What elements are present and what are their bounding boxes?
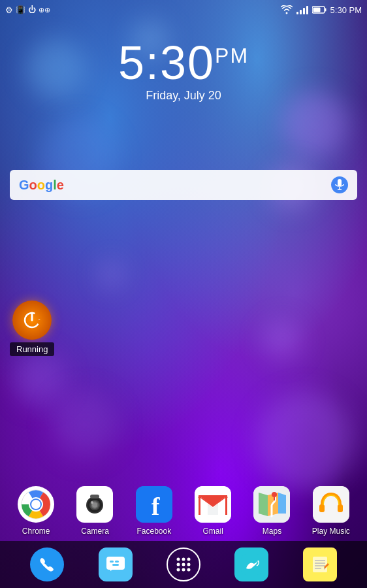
google-logo: Google xyxy=(19,178,64,193)
status-icons-left: ⚙ 📳 ⏻ ⊕⊕ xyxy=(5,5,50,15)
clock-period: PM xyxy=(215,44,249,67)
voicemail-status-icon: ⊕⊕ xyxy=(39,6,50,14)
svg-point-31 xyxy=(272,492,277,497)
clock-minutes: 30 xyxy=(160,37,215,89)
svg-rect-26 xyxy=(225,495,227,515)
clock-widget: 5:30PM Friday, July 20 xyxy=(0,39,367,103)
gmail-label: Gmail xyxy=(202,527,223,536)
power-button[interactable] xyxy=(12,301,52,340)
camera-app[interactable]: Camera xyxy=(69,486,121,536)
svg-point-44 xyxy=(187,563,190,566)
settings-status-icon: ⚙ xyxy=(5,5,13,15)
maps-label: Maps xyxy=(263,527,281,536)
svg-point-12 xyxy=(31,500,40,509)
facebook-app[interactable]: f Facebook xyxy=(128,486,180,536)
clock-date: Friday, July 20 xyxy=(0,89,367,103)
svg-point-19 xyxy=(91,501,93,504)
running-widget[interactable]: Running xyxy=(10,301,54,356)
playmusic-icon[interactable] xyxy=(313,486,349,523)
gmail-icon[interactable] xyxy=(195,486,231,523)
svg-rect-20 xyxy=(90,495,99,498)
bottom-nav xyxy=(0,541,367,588)
notepad-nav-button[interactable] xyxy=(303,547,337,581)
chrome-label: Chrome xyxy=(22,527,50,536)
power-symbol xyxy=(22,310,42,331)
wifi-icon xyxy=(281,5,293,14)
time-display: 5:30 PM xyxy=(330,5,362,15)
camera-label: Camera xyxy=(81,527,109,536)
svg-point-41 xyxy=(187,558,190,561)
svg-rect-1 xyxy=(325,8,326,12)
svg-point-43 xyxy=(182,563,185,566)
facebook-icon[interactable]: f xyxy=(136,486,172,523)
svg-text:f: f xyxy=(151,493,160,520)
svg-rect-33 xyxy=(319,504,325,512)
running-label: Running xyxy=(10,342,54,356)
chrome-app[interactable]: Chrome xyxy=(10,486,62,536)
svg-point-45 xyxy=(176,568,180,572)
gmail-app[interactable]: Gmail xyxy=(187,486,239,536)
search-bar[interactable]: Google xyxy=(10,170,357,200)
svg-rect-37 xyxy=(115,561,119,563)
messages-nav-button[interactable] xyxy=(99,547,133,581)
svg-point-46 xyxy=(182,568,185,572)
phone-nav-button[interactable] xyxy=(30,547,64,581)
svg-rect-38 xyxy=(112,564,119,566)
svg-point-42 xyxy=(176,563,180,566)
battery-icon xyxy=(312,6,327,14)
svg-point-40 xyxy=(182,558,185,561)
svg-rect-34 xyxy=(338,504,343,512)
status-icons-right: 5:30 PM xyxy=(281,5,362,15)
vibrate-status-icon: 📳 xyxy=(16,5,25,14)
svg-rect-35 xyxy=(106,557,125,570)
svg-rect-36 xyxy=(110,561,114,563)
svg-point-49 xyxy=(253,562,255,564)
app-drawer-button[interactable] xyxy=(167,547,200,581)
svg-marker-28 xyxy=(259,493,268,516)
power-status-icon: ⏻ xyxy=(28,5,36,14)
chrome-icon[interactable] xyxy=(18,486,54,523)
clock-time: 5:30PM xyxy=(0,39,367,86)
camera-icon[interactable] xyxy=(76,486,113,523)
svg-rect-2 xyxy=(313,8,320,12)
svg-rect-25 xyxy=(199,495,200,515)
voice-search-button[interactable] xyxy=(331,176,348,193)
svg-marker-30 xyxy=(278,493,286,514)
signal-icon xyxy=(296,5,308,14)
app-dock: Chrome Camera f xyxy=(0,486,367,536)
svg-rect-3 xyxy=(338,179,342,186)
facebook-label: Facebook xyxy=(136,527,171,536)
svg-point-47 xyxy=(187,568,190,572)
playmusic-app[interactable]: Play Music xyxy=(305,486,357,536)
maps-icon[interactable] xyxy=(253,486,290,523)
status-bar: ⚙ 📳 ⏻ ⊕⊕ 5:30 PM xyxy=(0,0,367,20)
svg-rect-32 xyxy=(313,486,349,523)
playmusic-label: Play Music xyxy=(312,527,350,536)
clock-hours: 5 xyxy=(118,37,146,89)
browser-nav-button[interactable] xyxy=(234,547,268,581)
maps-app[interactable]: Maps xyxy=(246,486,298,536)
svg-rect-51 xyxy=(313,557,327,572)
svg-point-39 xyxy=(176,558,180,561)
